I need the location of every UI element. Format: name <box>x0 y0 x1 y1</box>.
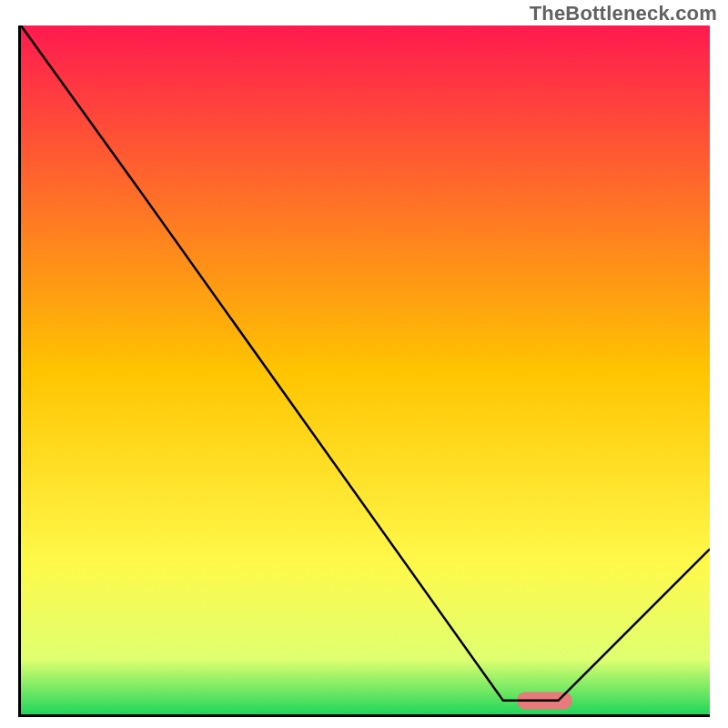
chart-container: TheBottleneck.com <box>0 0 728 728</box>
gradient-background <box>21 25 710 714</box>
plot-area <box>18 25 710 717</box>
watermark-text: TheBottleneck.com <box>530 2 717 25</box>
chart-svg <box>21 25 710 714</box>
